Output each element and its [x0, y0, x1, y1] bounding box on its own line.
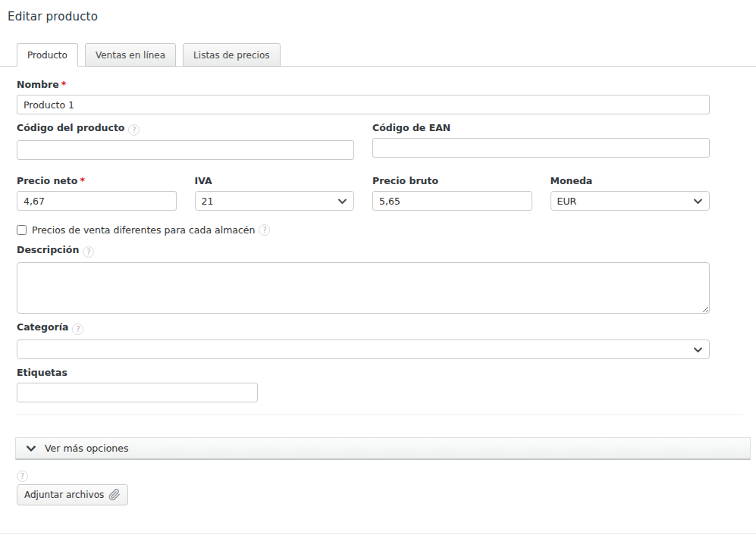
tab-bar: Producto Ventas en línea Listas de preci…	[0, 43, 756, 67]
precio-bruto-input[interactable]	[372, 191, 532, 211]
help-icon[interactable]: ?	[259, 224, 270, 236]
precio-neto-label: Precio neto*	[17, 175, 177, 186]
nombre-label: Nombre*	[17, 79, 710, 90]
nombre-input[interactable]	[17, 95, 710, 114]
precios-almacen-row: Precios de venta diferentes para cada al…	[17, 224, 710, 236]
section-divider	[15, 415, 743, 415]
field-moneda: Moneda EUR	[551, 175, 711, 211]
page-title: Editar producto	[8, 10, 756, 23]
attachments-help-row: ?	[17, 466, 756, 482]
field-iva: IVA 21	[195, 175, 355, 211]
etiquetas-label: Etiquetas	[17, 367, 710, 378]
paperclip-icon	[108, 489, 121, 501]
adjuntar-archivos-button[interactable]: Adjuntar archivos	[17, 484, 128, 505]
product-form: Nombre* Código del producto? Código de E…	[0, 67, 726, 402]
codigo-producto-input[interactable]	[17, 140, 354, 160]
codigo-ean-input[interactable]	[372, 138, 710, 158]
tab-producto[interactable]: Producto	[17, 43, 78, 67]
precios-almacen-label: Precios de venta diferentes para cada al…	[32, 224, 255, 236]
required-asterisk: *	[61, 79, 67, 90]
field-codigo-producto: Código del producto?	[17, 122, 354, 160]
adjuntar-archivos-label: Adjuntar archivos	[24, 490, 104, 500]
moneda-label: Moneda	[551, 175, 711, 186]
field-codigo-ean: Código de EAN	[372, 122, 710, 160]
categoria-select[interactable]	[17, 339, 710, 359]
field-categoria: Categoría?	[17, 321, 710, 359]
field-descripcion: Descripción?	[17, 244, 710, 314]
field-nombre: Nombre*	[17, 79, 710, 114]
ver-mas-opciones-toggle[interactable]: Ver más opciones	[15, 437, 751, 460]
field-etiquetas: Etiquetas	[17, 367, 710, 402]
codigo-producto-label: Código del producto?	[17, 122, 354, 136]
precios-almacen-checkbox[interactable]	[17, 225, 27, 235]
tab-ventas-en-linea[interactable]: Ventas en línea	[85, 43, 176, 67]
iva-select[interactable]: 21	[195, 191, 355, 211]
etiquetas-input[interactable]	[17, 383, 258, 402]
descripcion-label: Descripción?	[17, 244, 710, 258]
required-asterisk: *	[80, 175, 85, 186]
precio-neto-input[interactable]	[17, 191, 177, 211]
help-icon[interactable]: ?	[17, 471, 28, 482]
help-icon[interactable]: ?	[72, 324, 83, 335]
descripcion-textarea[interactable]	[17, 262, 710, 314]
ver-mas-opciones-label: Ver más opciones	[45, 443, 128, 454]
help-icon[interactable]: ?	[128, 124, 140, 136]
codigo-ean-label: Código de EAN	[372, 122, 710, 133]
chevron-down-icon	[26, 443, 36, 454]
field-precio-neto: Precio neto*	[17, 175, 177, 211]
precio-bruto-label: Precio bruto	[372, 175, 532, 186]
tab-listas-de-precios[interactable]: Listas de precios	[183, 43, 280, 67]
iva-label: IVA	[195, 175, 355, 186]
field-precio-bruto: Precio bruto	[372, 175, 532, 211]
help-icon[interactable]: ?	[83, 246, 94, 258]
categoria-label: Categoría?	[17, 321, 710, 335]
moneda-select[interactable]: EUR	[551, 191, 711, 211]
